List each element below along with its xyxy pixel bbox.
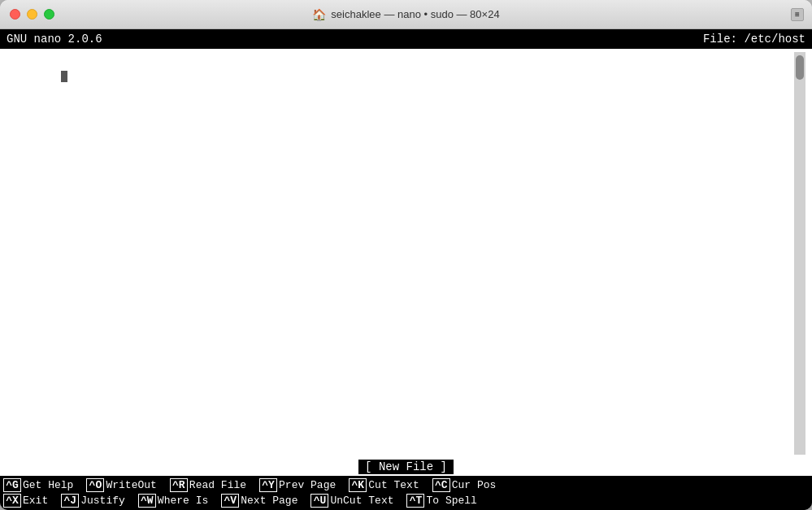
scrollbar[interactable]	[794, 52, 805, 455]
shortcut-key-w: ^W	[138, 494, 156, 508]
shortcut-where-is: ^W Where Is	[138, 494, 218, 508]
shortcut-cut-text: ^K Cut Text	[349, 478, 428, 492]
shortcut-writeout: ^O WriteOut	[86, 478, 166, 492]
nano-text-content[interactable]	[7, 52, 794, 455]
shortcut-exit: ^X Exit	[3, 494, 58, 508]
nano-header-bar: GNU nano 2.0.6 File: /etc/host	[0, 29, 812, 49]
shortcut-label-justify: Justify	[80, 495, 125, 507]
shortcut-next-page: ^V Next Page	[221, 494, 307, 508]
nano-status-bar: [ New File ]	[0, 458, 812, 476]
shortcut-cur-pos: ^C Cur Pos	[432, 478, 506, 492]
scroll-indicator: ≡	[791, 8, 804, 21]
title-bar: 🏠 seichaklee — nano • sudo — 80×24 ≡	[0, 0, 812, 29]
minimize-button[interactable]	[27, 9, 37, 20]
shortcut-to-spell: ^T To Spell	[406, 494, 486, 508]
shortcut-label-get-help: Get Help	[23, 479, 73, 491]
traffic-lights	[10, 9, 54, 20]
status-bar-content: [ New File ]	[7, 460, 805, 474]
nano-version: GNU nano 2.0.6	[7, 33, 102, 46]
shortcut-label-cur-pos: Cur Pos	[452, 479, 497, 491]
scrollbar-thumb[interactable]	[796, 55, 804, 80]
nano-shortcuts: ^G Get Help ^O WriteOut ^R Read File ^Y …	[0, 476, 812, 510]
shortcut-key-o: ^O	[86, 478, 104, 492]
shortcut-label-uncut-text: UnCut Text	[330, 495, 393, 507]
shortcut-get-help: ^G Get Help	[3, 478, 83, 492]
shortcut-justify: ^J Justify	[61, 494, 135, 508]
shortcut-key-y: ^Y	[259, 478, 277, 492]
shortcut-key-t: ^T	[406, 494, 424, 508]
shortcuts-row-2: ^X Exit ^J Justify ^W Where Is ^V Next P…	[0, 493, 812, 508]
terminal-container[interactable]: GNU nano 2.0.6 File: /etc/host [ New Fil…	[0, 29, 812, 510]
nano-editor-area[interactable]	[0, 49, 812, 458]
terminal-window: 🏠 seichaklee — nano • sudo — 80×24 ≡ GNU…	[0, 0, 812, 510]
shortcut-label-where-is: Where Is	[158, 495, 208, 507]
shortcut-uncut-text: ^U UnCut Text	[310, 494, 403, 508]
shortcut-key-j: ^J	[61, 494, 79, 508]
window-title-area: 🏠 seichaklee — nano • sudo — 80×24	[312, 8, 499, 21]
shortcut-key-g: ^G	[3, 478, 21, 492]
text-cursor	[61, 71, 67, 82]
shortcut-read-file: ^R Read File	[170, 478, 256, 492]
shortcut-label-read-file: Read File	[189, 479, 246, 491]
nano-file: File: /etc/host	[703, 33, 805, 46]
shortcut-key-u: ^U	[310, 494, 328, 508]
maximize-button[interactable]	[44, 9, 54, 20]
window-title: seichaklee — nano • sudo — 80×24	[331, 8, 499, 20]
shortcut-key-v: ^V	[221, 494, 239, 508]
shortcut-prev-page: ^Y Prev Page	[259, 478, 345, 492]
shortcut-key-x: ^X	[3, 494, 21, 508]
shortcut-label-cut-text: Cut Text	[368, 479, 419, 491]
shortcut-label-prev-page: Prev Page	[279, 479, 336, 491]
shortcut-key-k: ^K	[349, 478, 367, 492]
shortcut-label-writeout: WriteOut	[106, 479, 156, 491]
shortcut-label-exit: Exit	[23, 495, 48, 507]
shortcuts-row-1: ^G Get Help ^O WriteOut ^R Read File ^Y …	[0, 477, 812, 493]
new-file-badge: [ New File ]	[358, 460, 454, 474]
shortcut-label-to-spell: To Spell	[426, 495, 476, 507]
shortcut-key-r: ^R	[170, 478, 188, 492]
shortcut-label-next-page: Next Page	[241, 495, 297, 507]
close-button[interactable]	[10, 9, 20, 20]
shortcut-key-c: ^C	[432, 478, 450, 492]
window-icon: 🏠	[312, 8, 326, 21]
